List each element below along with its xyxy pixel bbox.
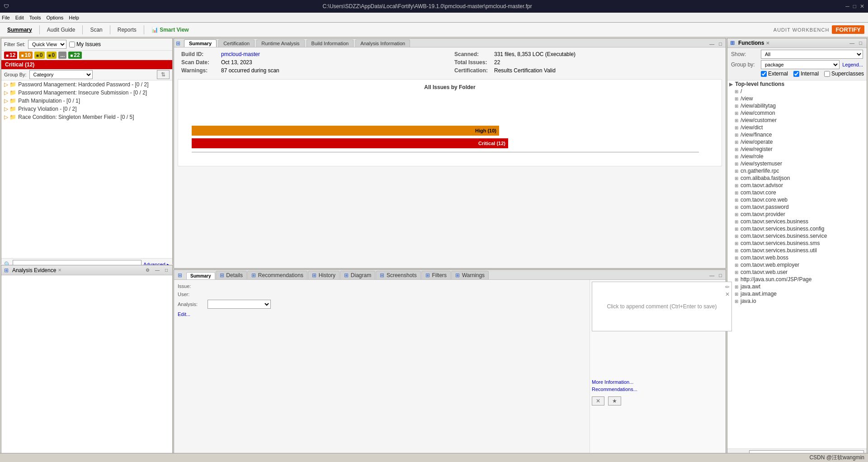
edit-link[interactable]: Edit...: [178, 311, 190, 317]
fn-item-3[interactable]: ⊞ /view/abilitytag: [727, 102, 867, 109]
fn-item-10[interactable]: ⊞ /view/role: [727, 153, 867, 160]
more-information-button[interactable]: More Information...: [592, 378, 633, 386]
tree-item-4[interactable]: ▷ 📁 Race Condition: Singleton Member Fie…: [1, 113, 172, 121]
fn-item-25[interactable]: ⊞ com.taovr.web.employer: [727, 261, 867, 269]
bottom-tab-warnings[interactable]: ⊞ Warnings: [451, 271, 489, 279]
bottom-tab-history[interactable]: ⊞ History: [308, 271, 340, 279]
bottom-minimize[interactable]: —: [708, 272, 716, 278]
titlebar: 🛡 C:\Users\SDZZ\AppData\Local\Fortify\AW…: [0, 0, 868, 13]
fn-item-20[interactable]: ⊞ com.taovr.services.business.config: [727, 225, 867, 232]
internal-checkbox[interactable]: [793, 71, 799, 77]
summary-tab-summary[interactable]: Summary: [184, 39, 217, 47]
tab-scan[interactable]: Scan: [86, 25, 106, 34]
evidence-maximize-button[interactable]: □: [163, 267, 170, 273]
tab-audit-guide[interactable]: Audit Guide: [43, 25, 79, 34]
action-star-button[interactable]: ★: [608, 396, 621, 405]
fn-item-6[interactable]: ⊞ /view/dict: [727, 124, 867, 131]
fn-item-2[interactable]: ⊞ /view: [727, 95, 867, 102]
badge-low[interactable]: ■ 0: [47, 52, 57, 59]
my-issues-checkbox[interactable]: [69, 42, 75, 47]
bottom-tab-filters[interactable]: ⊞ Filters: [421, 271, 451, 279]
menu-help[interactable]: Help: [69, 15, 79, 20]
bottom-tab-recommendations[interactable]: ⊞ Recommendations: [247, 271, 307, 279]
project-summary-maximize[interactable]: □: [717, 41, 724, 47]
tab-smart-view[interactable]: 📊 Smart View: [148, 25, 193, 34]
fn-item-24[interactable]: ⊞ com.taovr.web.boss: [727, 254, 867, 261]
tree-item-0[interactable]: ▷ 📁 Password Management: Hardcoded Passw…: [1, 80, 172, 89]
fn-item-1[interactable]: ⊞ /: [727, 88, 867, 95]
summary-tab-certification[interactable]: Certification: [218, 39, 255, 47]
build-id-value[interactable]: pmcloud-master: [221, 51, 260, 57]
fn-item-8[interactable]: ⊞ /view/operate: [727, 138, 867, 146]
fn-item-22[interactable]: ⊞ com.taovr.services.business.sms: [727, 240, 867, 247]
analysis-select[interactable]: [208, 300, 271, 309]
tab-reports[interactable]: Reports: [114, 25, 140, 34]
functions-minimize[interactable]: —: [848, 40, 856, 46]
filter-set-select[interactable]: Quick View: [28, 40, 66, 49]
bottom-tab-diagram[interactable]: ⊞ Diagram: [340, 271, 375, 279]
sort-button[interactable]: ⇅: [157, 70, 170, 79]
fn-item-18[interactable]: ⊞ com.taovr.provider: [727, 211, 867, 218]
menu-tools[interactable]: Tools: [29, 15, 41, 20]
action-delete-button[interactable]: ✕: [592, 396, 604, 405]
fn-item-4[interactable]: ⊞ /view/common: [727, 109, 867, 117]
badge-more[interactable]: ...: [58, 52, 66, 59]
menu-file[interactable]: File: [2, 15, 10, 20]
fn-item-7[interactable]: ⊞ /view/finance: [727, 131, 867, 138]
menu-edit[interactable]: Edit: [15, 15, 24, 20]
fn-item-30[interactable]: ⊞ java.io: [727, 297, 867, 305]
fn-item-12[interactable]: ⊞ cn.gatherlife.rpc: [727, 167, 867, 174]
bottom-tab-summary[interactable]: Summary: [186, 272, 215, 279]
summary-tab-runtime[interactable]: Runtime Analysis: [256, 39, 304, 47]
fn-item-14[interactable]: ⊞ com.taovr.advisor: [727, 182, 867, 189]
fn-item-21[interactable]: ⊞ com.taovr.services.business.service: [727, 232, 867, 240]
fn-item-19[interactable]: ⊞ com.taovr.services.business: [727, 218, 867, 225]
fn-item-27[interactable]: ⊞ http://java.sun.com/JSP/Page: [727, 276, 867, 283]
fn-item-5[interactable]: ⊞ /view/customer: [727, 117, 867, 124]
fn-item-29[interactable]: ⊞ java.awt.image: [727, 290, 867, 297]
fn-item-13[interactable]: ⊞ com.alibaba.fastjson: [727, 174, 867, 182]
groupby-label: Group By:: [4, 72, 27, 77]
restore-icon[interactable]: □: [853, 3, 856, 9]
functions-close-tab[interactable]: ✕: [766, 41, 769, 46]
evidence-minimize-button[interactable]: —: [153, 267, 161, 273]
badge-critical[interactable]: ■ 12: [4, 52, 17, 59]
tree-item-1[interactable]: ▷ 📁 Password Management: Insecure Submis…: [1, 89, 172, 97]
fn-item-28[interactable]: ⊞ java.awt: [727, 283, 867, 290]
summary-tab-build[interactable]: Build Information: [307, 39, 354, 47]
bottom-tab-screenshots[interactable]: ⊞ Screenshots: [376, 271, 420, 279]
fn-item-26[interactable]: ⊞ com.taovr.web.user: [727, 269, 867, 276]
tab-summary[interactable]: Summary: [4, 25, 36, 34]
badge-medium[interactable]: ■ 0: [34, 52, 45, 59]
fn-expand-icon-14: ⊞: [735, 183, 739, 188]
fn-item-23[interactable]: ⊞ com.taovr.services.business.util: [727, 247, 867, 254]
fn-item-11[interactable]: ⊞ /view/systemuser: [727, 160, 867, 167]
fn-item-16[interactable]: ⊞ com.taovr.core.web: [727, 196, 867, 203]
tree-item-3[interactable]: ▷ 📁 Privacy Violation - [0 / 2]: [1, 105, 172, 113]
recommendations-button[interactable]: Recommendations...: [592, 386, 637, 393]
groupby-select[interactable]: Category: [29, 70, 93, 79]
fn-item-9[interactable]: ⊞ /view/register: [727, 146, 867, 153]
groupby-fn-select[interactable]: package: [761, 60, 840, 69]
badge-total[interactable]: ■ 22: [68, 52, 81, 59]
show-select[interactable]: All: [761, 50, 863, 59]
functions-maximize[interactable]: □: [857, 40, 864, 46]
badge-high[interactable]: ■ 10: [19, 52, 32, 59]
project-summary-minimize[interactable]: —: [708, 41, 716, 47]
comment-area[interactable]: Click to append comment (Ctrl+Enter to s…: [592, 282, 732, 331]
tree-item-2[interactable]: ▷ 📁 Path Manipulation - [0 / 1]: [1, 97, 172, 105]
fn-item-17[interactable]: ⊞ com.taovr.password: [727, 203, 867, 211]
legend-link[interactable]: Legend...: [842, 62, 863, 67]
menu-options[interactable]: Options: [46, 15, 63, 20]
minimize-icon[interactable]: ─: [845, 3, 849, 9]
external-checkbox[interactable]: [761, 71, 767, 77]
fn-top-level[interactable]: ▶ Top-level functions: [727, 80, 867, 88]
bottom-maximize[interactable]: □: [717, 272, 724, 278]
evidence-close-tab[interactable]: ✕: [58, 268, 61, 273]
summary-tab-analysis[interactable]: Analysis Information: [355, 39, 410, 47]
close-icon[interactable]: ✕: [860, 3, 864, 9]
superclasses-checkbox[interactable]: [824, 71, 830, 77]
evidence-gear-button[interactable]: ⚙: [144, 267, 151, 273]
bottom-tab-details[interactable]: ⊞ Details: [216, 271, 247, 279]
fn-item-15[interactable]: ⊞ com.taovr.core: [727, 189, 867, 196]
